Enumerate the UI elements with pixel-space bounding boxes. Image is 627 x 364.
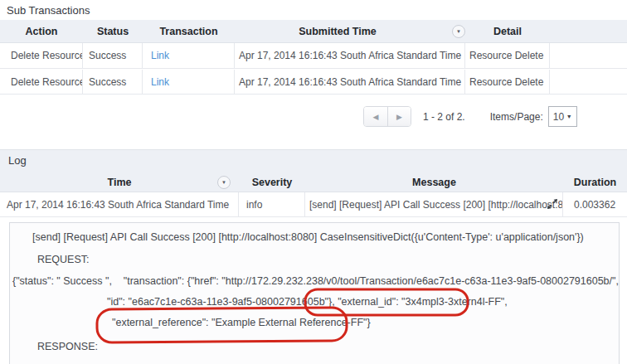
expand-message-icon[interactable] <box>547 198 558 210</box>
log-detail-line: {"status": " Success ", "transaction": {… <box>12 275 619 287</box>
log-title: Log <box>8 154 27 167</box>
column-header-severity[interactable]: Severity <box>239 172 305 193</box>
column-header-transaction[interactable]: Transaction <box>143 20 235 42</box>
previous-page-button[interactable]: ◀ <box>364 107 387 126</box>
log-detail-line: REQUEST: <box>37 254 90 265</box>
column-header-message[interactable]: Message <box>305 172 563 193</box>
cell-action: Delete Resource <box>0 43 83 68</box>
sub-transaction-row: Delete Resource Success Link Apr 17, 201… <box>0 70 627 95</box>
chevron-down-icon: ▼ <box>566 114 572 119</box>
sub-transactions-title: Sub Transactions <box>7 4 90 17</box>
time-sort-icon[interactable]: ▼ <box>217 176 231 189</box>
page: Sub Transactions Action Status Transacti… <box>0 0 627 364</box>
log-header: Log Time ▼ Severity Message Duration <box>0 149 627 192</box>
triangle-down-icon: ▼ <box>221 180 226 185</box>
log-detail-line: [send] [Request] API Call Success [200] … <box>32 231 584 243</box>
column-header-action[interactable]: Action <box>0 20 83 42</box>
column-header-status[interactable]: Status <box>83 20 143 42</box>
cell-status: Success <box>83 43 143 68</box>
column-header-time[interactable]: Time <box>0 172 239 193</box>
cell-message: [send] [Request] API Call Success [200] … <box>305 192 563 216</box>
cell-transaction: Link <box>143 43 235 68</box>
cell-duration: 0.003362 <box>563 192 627 216</box>
message-text: [send] [Request] API Call Success [200] … <box>309 199 563 211</box>
cell-status: Success <box>83 70 143 94</box>
column-header-submitted-time[interactable]: Submitted Time <box>235 20 465 42</box>
arrow-left-icon: ◀ <box>373 113 379 121</box>
items-per-page-select[interactable]: 10 ▼ <box>548 106 577 127</box>
cell-empty <box>550 70 627 94</box>
cell-detail: Resource Delete <box>465 43 550 68</box>
next-page-button[interactable]: ▶ <box>387 107 411 126</box>
items-per-page-label: Items/Page: <box>490 111 543 123</box>
transaction-link[interactable]: Link <box>151 76 169 88</box>
cell-detail: Resource Delete <box>465 70 550 94</box>
pager-buttons: ◀ ▶ <box>363 106 411 127</box>
transaction-link[interactable]: Link <box>151 50 169 61</box>
arrow-right-icon: ▶ <box>396 113 402 121</box>
log-detail-line: RESPONSE: <box>37 341 98 352</box>
cell-time: Apr 17, 2014 16:16:43 South Africa Stand… <box>0 192 239 216</box>
log-detail-panel: [send] [Request] API Call Success [200] … <box>9 222 620 364</box>
page-range-text: 1 - 2 of 2. <box>423 111 465 123</box>
cell-empty <box>550 43 627 68</box>
log-detail-line: "id": "e6ac7c1e-c63a-11e3-9af5-080027916… <box>107 296 508 308</box>
column-header-detail[interactable]: Detail <box>465 20 550 42</box>
log-detail-line: "external_reference": "Example External … <box>112 317 371 328</box>
items-per-page-value: 10 <box>553 111 564 123</box>
cell-severity: info <box>239 192 305 216</box>
sub-transaction-row: Delete Resource Success Link Apr 17, 201… <box>0 43 627 69</box>
submitted-time-sort-icon[interactable]: ▼ <box>452 25 465 38</box>
log-row: Apr 17, 2014 16:16:43 South Africa Stand… <box>0 192 627 217</box>
cell-submitted-time: Apr 17, 2014 16:16:43 South Africa Stand… <box>235 70 465 94</box>
pagination: ◀ ▶ 1 - 2 of 2. Items/Page: 10 ▼ <box>363 106 577 127</box>
triangle-down-icon: ▼ <box>456 29 461 34</box>
column-header-duration[interactable]: Duration <box>563 172 627 193</box>
cell-transaction: Link <box>143 70 235 94</box>
cell-action: Delete Resource <box>0 70 83 94</box>
sub-transactions-header: Action Status Transaction Submitted Time… <box>0 20 627 43</box>
cell-submitted-time: Apr 17, 2014 16:16:43 South Africa Stand… <box>235 43 465 68</box>
